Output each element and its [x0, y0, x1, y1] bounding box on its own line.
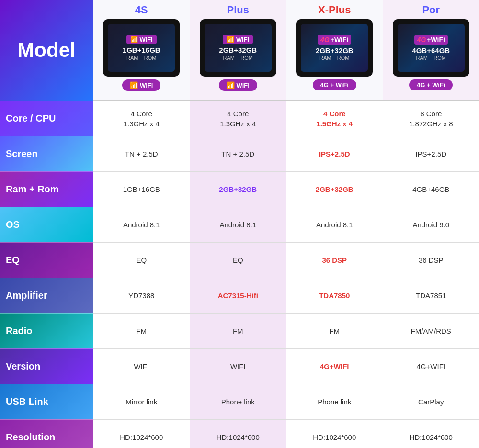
cell-version-plus: WIFI [190, 348, 286, 384]
row-label-version: Version [0, 348, 93, 384]
cell-res-xplus: HD:1024*600 [286, 419, 383, 448]
row-label-radio: Radio [0, 313, 93, 348]
device-image-4s: 📶 WiFi 1GB+16GB RAM ROM [103, 19, 180, 77]
cell-radio-xplus: FM [286, 313, 383, 348]
cell-eq-por: 36 DSP [383, 242, 479, 278]
row-label-core-cpu: Core / CPU [0, 101, 93, 136]
cell-amp-plus: AC7315-Hifi [190, 278, 286, 313]
row-label-eq: EQ [0, 242, 93, 278]
cell-os-por: Android 9.0 [383, 207, 479, 242]
cell-screen-por: IPS+2.5D [383, 136, 479, 171]
cell-amp-por: TDA7851 [383, 278, 479, 313]
cell-screen-4s: TN + 2.5D [93, 136, 190, 171]
cell-screen-xplus: IPS+2.5D [286, 136, 383, 171]
cell-radio-por: FM/AM/RDS [383, 313, 479, 348]
cell-usb-por: CarPlay [383, 384, 479, 419]
cell-ram-4s: 1GB+16GB [93, 171, 190, 207]
cell-ram-plus: 2GB+32GB [190, 171, 286, 207]
cell-core-4s: 4 Core1.3GHz x 4 [93, 101, 190, 136]
cell-amp-xplus: TDA7850 [286, 278, 383, 313]
cell-res-por: HD:1024*600 [383, 419, 479, 448]
cell-os-xplus: Android 8.1 [286, 207, 383, 242]
device-image-xplus: 4G +WiFi 2GB+32GB RAM ROM [296, 19, 373, 77]
cell-eq-plus: EQ [190, 242, 286, 278]
ram-rom-por: 4GB+64GB [412, 46, 450, 56]
cell-res-4s: HD:1024*600 [93, 419, 190, 448]
comparison-table: Model 4S 📶 WiFi 1GB+16GB RAM ROM 📶 WiFi … [0, 0, 479, 448]
cell-usb-4s: Mirror link [93, 384, 190, 419]
cell-res-plus: HD:1024*600 [190, 419, 286, 448]
connectivity-plus: 📶 WiFi [219, 79, 257, 91]
row-label-amplifier: Amplifier [0, 278, 93, 313]
cell-usb-plus: Phone link [190, 384, 286, 419]
cell-eq-xplus: 36 DSP [286, 242, 383, 278]
cell-os-plus: Android 8.1 [190, 207, 286, 242]
row-label-resolution: Resolution [0, 419, 93, 448]
cell-core-plus: 4 Core1.3GHz x 4 [190, 101, 286, 136]
cell-ram-por: 4GB+46GB [383, 171, 479, 207]
ram-rom-xplus: 2GB+32GB [316, 46, 354, 56]
row-label-screen: Screen [0, 136, 93, 171]
cell-amp-4s: YD7388 [93, 278, 190, 313]
device-image-por: 4G +WiFi 4GB+64GB RAM ROM [393, 19, 469, 77]
cell-version-4s: WIFI [93, 348, 190, 384]
model-name-por: Por [422, 4, 440, 16]
device-image-plus: 📶 WiFi 2GB+32GB RAM ROM [200, 19, 276, 77]
model-name-4s: 4S [135, 4, 148, 16]
cell-core-por: 8 Core1.872GHz x 8 [383, 101, 479, 136]
connectivity-4s: 📶 WiFi [122, 79, 160, 91]
cell-version-por: 4G+WIFI [383, 348, 479, 384]
model-name-xplus: X-Plus [318, 4, 351, 16]
ram-rom-plus: 2GB+32GB [219, 45, 257, 55]
connectivity-por: 4G + WiFi [409, 79, 453, 90]
header-col-por: Por 4G +WiFi 4GB+64GB RAM ROM 4G + WiFi [383, 0, 479, 101]
row-label-os: OS [0, 207, 93, 242]
model-name-plus: Plus [227, 4, 249, 16]
cell-version-xplus: 4G+WIFI [286, 348, 383, 384]
model-label: Model [0, 0, 93, 101]
header-col-plus: Plus 📶 WiFi 2GB+32GB RAM ROM 📶 WiFi [190, 0, 286, 101]
cell-radio-4s: FM [93, 313, 190, 348]
row-label-ram-rom: Ram + Rom [0, 171, 93, 207]
cell-screen-plus: TN + 2.5D [190, 136, 286, 171]
cell-ram-xplus: 2GB+32GB [286, 171, 383, 207]
header-col-xplus: X-Plus 4G +WiFi 2GB+32GB RAM ROM 4G + Wi… [286, 0, 383, 101]
cell-os-4s: Android 8.1 [93, 207, 190, 242]
cell-core-xplus: 4 Core1.5GHz x 4 [286, 101, 383, 136]
cell-eq-4s: EQ [93, 242, 190, 278]
connectivity-xplus: 4G + WiFi [313, 79, 356, 90]
cell-radio-plus: FM [190, 313, 286, 348]
ram-rom-4s: 1GB+16GB [123, 45, 160, 55]
row-label-usb-link: USB Link [0, 384, 93, 419]
cell-usb-xplus: Phone link [286, 384, 383, 419]
header-col-4s: 4S 📶 WiFi 1GB+16GB RAM ROM 📶 WiFi [93, 0, 190, 101]
